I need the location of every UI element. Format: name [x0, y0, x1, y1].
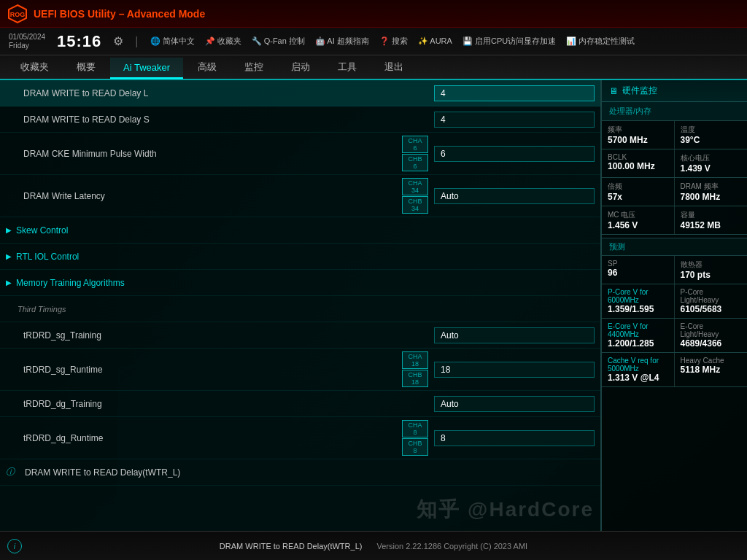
- monitor-header: 🖥 硬件监控: [602, 80, 747, 102]
- monitor-freq-label: 频率: [608, 125, 668, 135]
- value-dram-write-s[interactable]: 4: [434, 112, 595, 128]
- value-dram-cke[interactable]: 6: [434, 146, 595, 162]
- monitor-predict-title: 预测: [602, 238, 747, 256]
- monitor-heatsink-label: 散热器: [681, 260, 742, 270]
- monitor-cache-v: Cache V req for 5000MHz 1.313 V @L4 Heav…: [602, 353, 747, 387]
- tab-monitor[interactable]: 监控: [231, 56, 276, 79]
- monitor-freq-value: 5700 MHz: [608, 135, 668, 145]
- value-trdrd-dg-runtime[interactable]: 8: [434, 430, 595, 446]
- nav-tabs-bar: 收藏夹 概要 Ai Tweaker 高级 监控 启动 工具 退出: [0, 55, 747, 80]
- monitor-mc-cap: MC 电压 1.456 V 容量 49152 MB: [602, 206, 747, 235]
- clock-display: 15:16: [57, 32, 101, 51]
- setting-row-rtl-iol[interactable]: ▶ RTL IOL Control: [0, 244, 600, 270]
- setting-label-twtr-l: DRAM WRITE to READ Delay(tWTR_L): [19, 467, 595, 478]
- date-line2: Friday: [9, 42, 45, 50]
- cha-chb-group-dg-rt: CHA8 CHB8: [402, 420, 428, 456]
- monitor-dram-freq: DRAM 频率 7800 MHz: [675, 178, 748, 206]
- monitor-heatsink-value: 170 pts: [681, 270, 742, 280]
- monitor-header-label: 硬件监控: [622, 85, 657, 97]
- tab-ai-tweaker[interactable]: Ai Tweaker: [110, 58, 183, 79]
- monitor-ecore-4400: E-Core V for 4400MHz 1.200/1.285: [602, 319, 675, 352]
- top-menu: 🌐 简体中文 📌 收藏夹 🔧 Q-Fan 控制 🤖 AI 超频指南 ❓ 搜索 ✨…: [150, 36, 635, 47]
- menu-ai[interactable]: 🤖 AI 超频指南: [315, 36, 369, 47]
- chb-badge-cke: CHB6: [402, 154, 428, 171]
- setting-row-dram-write-s[interactable]: DRAM WRITE to READ Delay S 4: [0, 106, 600, 133]
- skew-arrow: ▶: [6, 226, 12, 234]
- monitor-mc-v: MC 电压 1.456 V: [602, 206, 675, 234]
- monitor-pcore-6000-label: P-Core V for 6000MHz: [608, 288, 668, 304]
- setting-row-trdrd-dg-training[interactable]: tRDRD_dg_Training Auto: [0, 391, 600, 417]
- monitor-mc-v-value: 1.456 V: [608, 220, 668, 230]
- settings-panel: DRAM WRITE to READ Delay L 4 DRAM WRITE …: [0, 80, 601, 531]
- setting-row-dram-cke[interactable]: DRAM CKE Minimum Pulse Width CHA6 CHB6 6: [0, 133, 600, 175]
- divider1: |: [135, 35, 138, 48]
- value-dram-write-l[interactable]: 4: [434, 85, 595, 101]
- monitor-pcore-lh: P-Core Light/Heavy 6105/5683: [675, 284, 748, 318]
- setting-row-trdrd-dg-runtime[interactable]: tRDRD_dg_Runtime CHA8 CHB8 8: [0, 417, 600, 459]
- time-bar: 01/05/2024 Friday 15:16 ⚙ | 🌐 简体中文 📌 收藏夹…: [0, 28, 747, 55]
- cha-badge-sg-rt: CHA18: [402, 351, 428, 369]
- monitor-pcore-lh-label: P-Core Light/Heavy: [681, 288, 742, 304]
- setting-label-dram-write-s: DRAM WRITE to READ Delay S: [6, 114, 434, 125]
- monitor-freq: 频率 5700 MHz: [602, 121, 675, 149]
- menu-aura[interactable]: ✨ AURA: [418, 36, 452, 46]
- monitor-bclk: BCLK 100.00 MHz: [602, 149, 675, 177]
- setting-label-third-timings: Third Timings: [6, 305, 595, 314]
- setting-label-trdrd-sg-training: tRDRD_sg_Training: [6, 330, 434, 341]
- menu-language[interactable]: 🌐 简体中文: [150, 36, 195, 47]
- monitor-pcore-6000: P-Core V for 6000MHz 1.359/1.595: [602, 284, 675, 318]
- monitor-ecore-lh: E-Core Light/Heavy 4689/4366: [675, 319, 748, 352]
- setting-row-trdrd-sg-runtime[interactable]: tRDRD_sg_Runtime CHA18 CHB18 18: [0, 349, 600, 391]
- status-bar: i DRAM WRITE to READ Delay(tWTR_L) Versi…: [0, 531, 747, 560]
- gear-icon[interactable]: ⚙: [113, 34, 123, 48]
- setting-row-dram-wl[interactable]: DRAM Write Latency CHA34 CHB34 Auto: [0, 175, 600, 217]
- value-trdrd-sg-runtime[interactable]: 18: [434, 362, 595, 378]
- value-trdrd-dg-training[interactable]: Auto: [434, 396, 595, 412]
- value-trdrd-sg-training[interactable]: Auto: [434, 327, 595, 343]
- setting-label-rtl: RTL IOL Control: [12, 252, 595, 262]
- svg-text:ROG: ROG: [10, 11, 26, 18]
- setting-row-skew-control[interactable]: ▶ Skew Control: [0, 217, 600, 244]
- menu-favorites[interactable]: 📌 收藏夹: [205, 36, 241, 47]
- cha-chb-group-cke: CHA6 CHB6: [402, 136, 428, 171]
- monitor-ecore-4400-value: 1.200/1.285: [608, 338, 668, 349]
- monitor-core-v-value: 1.439 V: [681, 163, 742, 174]
- setting-row-mem-training[interactable]: ▶ Memory Training Algorithms: [0, 270, 600, 296]
- monitor-cpu-mem-title: 处理器/内存: [602, 102, 747, 121]
- menu-cpu-mem[interactable]: 💾 启用CPU访问显存加速: [462, 36, 556, 47]
- tab-tools[interactable]: 工具: [325, 56, 370, 79]
- cha-chb-group-wl: CHA34 CHB34: [402, 178, 428, 214]
- setting-row-twtr-l[interactable]: ⓘ DRAM WRITE to READ Delay(tWTR_L): [0, 459, 600, 486]
- tab-exit[interactable]: 退出: [371, 56, 417, 79]
- monitor-ecore-4400-label: E-Core V for 4400MHz: [608, 322, 668, 338]
- tab-favorites[interactable]: 收藏夹: [7, 56, 62, 79]
- setting-label-dram-cke: DRAM CKE Minimum Pulse Width: [6, 149, 402, 159]
- setting-row-trdrd-sg-training[interactable]: tRDRD_sg_Training Auto: [0, 322, 600, 349]
- monitor-sp-value: 96: [608, 268, 668, 278]
- monitor-capacity-label: 容量: [681, 210, 742, 220]
- tab-overview[interactable]: 概要: [63, 56, 109, 79]
- monitor-ecore-v: E-Core V for 4400MHz 1.200/1.285 E-Core …: [602, 319, 747, 353]
- cha-badge-dg-rt: CHA8: [402, 420, 428, 438]
- value-dram-wl[interactable]: Auto: [434, 188, 595, 204]
- menu-mem-test[interactable]: 📊 内存稳定性测试: [566, 36, 635, 47]
- tab-advanced[interactable]: 高级: [185, 56, 230, 79]
- tab-boot[interactable]: 启动: [278, 56, 323, 79]
- setting-label-trdrd-dg-runtime: tRDRD_dg_Runtime: [6, 433, 402, 443]
- monitor-cache-5000: Cache V req for 5000MHz 1.313 V @L4: [602, 353, 675, 386]
- status-setting-name: DRAM WRITE to READ Delay(tWTR_L): [220, 542, 363, 551]
- date-display: 01/05/2024 Friday: [9, 33, 45, 50]
- monitor-pcore-6000-value: 1.359/1.595: [608, 304, 668, 314]
- status-version: Version 2.22.1286 Copyright (C) 2023 AMI: [376, 542, 527, 551]
- setting-label-skew: Skew Control: [12, 225, 595, 236]
- monitor-mc-v-label: MC 电压: [608, 210, 668, 220]
- menu-search[interactable]: ❓ 搜索: [379, 36, 408, 47]
- monitor-header-icon: 🖥: [609, 86, 618, 96]
- monitor-ecore-lh-label: E-Core Light/Heavy: [681, 322, 742, 338]
- status-info-icon: i: [7, 539, 22, 553]
- monitor-multi-value: 57x: [608, 192, 668, 202]
- monitor-sp-label: SP: [608, 260, 668, 268]
- setting-label-dram-write-l: DRAM WRITE to READ Delay L: [6, 88, 434, 98]
- menu-qfan[interactable]: 🔧 Q-Fan 控制: [252, 36, 305, 47]
- setting-row-dram-write-l[interactable]: DRAM WRITE to READ Delay L 4: [0, 80, 600, 106]
